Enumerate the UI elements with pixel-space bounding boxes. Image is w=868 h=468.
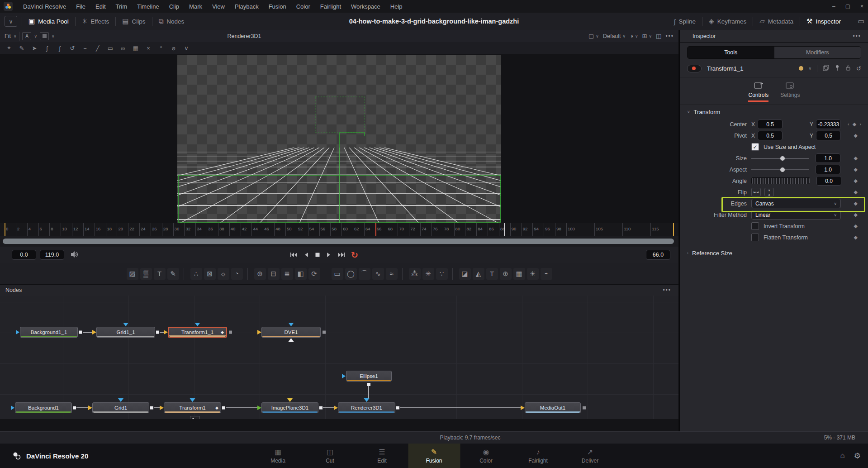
nodes-options-icon[interactable]: ••• bbox=[663, 287, 678, 293]
huecurves-tool[interactable]: ◔ bbox=[231, 268, 243, 280]
tab-tools[interactable]: Tools bbox=[688, 47, 774, 58]
bspline-tool[interactable]: ʄ bbox=[54, 45, 65, 52]
keyframe-icon[interactable]: ◆ bbox=[854, 234, 858, 240]
menu-fusion[interactable]: Fusion bbox=[264, 3, 291, 10]
channelbooleans-tool[interactable]: ≣ bbox=[281, 268, 293, 280]
inspector-button[interactable]: ⚒Inspector bbox=[800, 13, 847, 30]
transform-tool[interactable]: ⟳ bbox=[308, 268, 320, 280]
close-button[interactable]: × bbox=[860, 3, 863, 10]
invert-transform-checkbox[interactable] bbox=[751, 222, 759, 230]
minimize-button[interactable]: – bbox=[832, 3, 835, 10]
inspector-options-icon[interactable]: ••• bbox=[853, 33, 868, 39]
keyframe-icon[interactable]: ◆ bbox=[854, 155, 858, 161]
page-tab-fusion[interactable]: ✎Fusion bbox=[408, 444, 460, 468]
draw-tool[interactable]: ✎ bbox=[16, 45, 27, 52]
mattecontrol-tool[interactable]: ⊟ bbox=[268, 268, 280, 280]
page-tab-media[interactable]: ▦Media bbox=[252, 444, 304, 468]
filter-method-dropdown[interactable]: Linear∨ bbox=[751, 210, 841, 220]
node-DVE1[interactable]: DVE1 bbox=[261, 327, 321, 338]
copy-settings-icon[interactable] bbox=[823, 65, 829, 72]
loop-button[interactable]: ↻ bbox=[351, 251, 358, 259]
pmerge-tool[interactable]: ✳ bbox=[422, 268, 434, 280]
delete-tool[interactable]: × bbox=[143, 45, 154, 52]
polyline-tool[interactable]: ʃ bbox=[42, 45, 52, 52]
gain-icon[interactable]: ◑∨ bbox=[630, 33, 638, 39]
menu-help[interactable]: Help bbox=[385, 3, 408, 10]
speaker-icon[interactable] bbox=[71, 251, 79, 259]
paint-tool[interactable]: ✎ bbox=[167, 268, 179, 280]
frame-tool[interactable]: ⌖ bbox=[4, 44, 14, 52]
smooth-tool[interactable]: ⌣ bbox=[80, 44, 90, 52]
zoom-tool[interactable]: ⌀ bbox=[168, 45, 179, 52]
merge3d-tool[interactable]: ⊕ bbox=[500, 268, 512, 280]
fastnoise-tool[interactable]: ▒ bbox=[140, 268, 152, 280]
angle-thumbwheel[interactable] bbox=[751, 177, 810, 184]
aspect-slider[interactable] bbox=[751, 169, 809, 170]
subtab-settings[interactable]: Settings bbox=[780, 81, 800, 102]
more-tools[interactable]: ∨ bbox=[181, 45, 192, 52]
select-tool[interactable]: ➤ bbox=[29, 45, 40, 52]
pivot-x-field[interactable]: 0.5 bbox=[758, 131, 783, 140]
colorcurves-tool[interactable]: ⊠ bbox=[204, 268, 216, 280]
menu-trim[interactable]: Trim bbox=[111, 3, 133, 10]
menu-timeline[interactable]: Timeline bbox=[132, 3, 164, 10]
node-Transform1[interactable]: Transform1◆ bbox=[164, 402, 221, 413]
page-tab-deliver[interactable]: ↗Deliver bbox=[564, 444, 616, 468]
textplus-tool[interactable]: T bbox=[154, 268, 166, 280]
play-button[interactable] bbox=[326, 252, 332, 258]
edges-dropdown[interactable]: Canvas∨ bbox=[751, 199, 841, 208]
in-point-field[interactable]: 0.0 bbox=[12, 250, 36, 260]
go-to-start-button[interactable] bbox=[289, 252, 298, 258]
page-tab-edit[interactable]: ☰Edit bbox=[356, 444, 408, 468]
flip-horizontal-button[interactable]: ▸▪◂ bbox=[751, 188, 761, 196]
transform-section-header[interactable]: ∨Transform bbox=[680, 105, 868, 119]
viewer-options-icon[interactable]: ••• bbox=[665, 33, 674, 39]
keyframe-icon[interactable]: ◆ bbox=[854, 167, 858, 172]
spotlight3d-tool[interactable]: ☀ bbox=[527, 268, 539, 280]
reference-size-section-header[interactable]: ›Reference Size bbox=[680, 246, 868, 260]
subtab-controls[interactable]: Controls bbox=[748, 81, 768, 102]
menu-mark[interactable]: Mark bbox=[184, 3, 207, 10]
node-Background1_1[interactable]: Background1_1 bbox=[20, 327, 78, 338]
background-tool[interactable]: ▨ bbox=[127, 268, 138, 280]
wand-mask-tool[interactable]: ≈ bbox=[386, 268, 398, 280]
menu-davinci-resolve[interactable]: DaVinci Resolve bbox=[18, 3, 71, 10]
node-Grid1[interactable]: Grid1 bbox=[92, 402, 149, 413]
line-tool[interactable]: ╱ bbox=[92, 45, 103, 52]
keyframes-button[interactable]: ◈Keyframes bbox=[702, 13, 753, 30]
menu-clip[interactable]: Clip bbox=[164, 3, 184, 10]
aspect-field[interactable]: 1.0 bbox=[816, 165, 840, 174]
pivot-y-field[interactable]: 0.5 bbox=[816, 131, 841, 140]
menu-workspace[interactable]: Workspace bbox=[346, 3, 385, 10]
node-Grid1_1[interactable]: Grid1_1 bbox=[96, 327, 155, 338]
camera3d-tool[interactable]: ▦ bbox=[513, 268, 525, 280]
node-Renderer3D1[interactable]: Renderer3D1 bbox=[338, 402, 395, 413]
size-field[interactable]: 1.0 bbox=[816, 153, 840, 163]
settings-gear-icon[interactable]: ⚙ bbox=[854, 451, 861, 461]
menu-color[interactable]: Color bbox=[291, 3, 315, 10]
metadata-button[interactable]: ▱Metadata bbox=[753, 13, 800, 30]
size-slider[interactable] bbox=[751, 158, 809, 159]
marquee-tool[interactable]: ▭ bbox=[105, 45, 116, 52]
home-icon[interactable]: ⌂ bbox=[840, 451, 844, 460]
viewer-canvas[interactable] bbox=[0, 54, 678, 223]
keyframe-icon[interactable]: ◆ bbox=[854, 212, 858, 218]
shape3d-tool[interactable]: ◭ bbox=[473, 268, 484, 280]
keyframe-icon[interactable]: ◆ bbox=[854, 201, 858, 206]
keyframe-icon[interactable]: ◆ bbox=[854, 189, 858, 195]
angle-field[interactable]: 0.0 bbox=[816, 176, 841, 186]
overlay-button[interactable]: A bbox=[22, 32, 31, 40]
nodes-button[interactable]: ⧉Nodes bbox=[152, 13, 191, 30]
close-spline-tool[interactable]: ↺ bbox=[67, 45, 78, 52]
keyframe-icon[interactable]: ◆ bbox=[854, 178, 858, 184]
interface-toggle-icon[interactable]: ∨ bbox=[5, 16, 17, 27]
node-Ellipse1[interactable]: Ellipse1 bbox=[346, 371, 392, 382]
scrollbar-thumb[interactable] bbox=[3, 239, 674, 244]
maximize-button[interactable]: ▢ bbox=[845, 3, 850, 10]
node-enable-toggle[interactable] bbox=[687, 65, 702, 72]
step-back-button[interactable] bbox=[303, 252, 309, 258]
panel-layout-icon[interactable]: ▭ bbox=[858, 13, 864, 30]
node-graph[interactable]: Background1_1Grid1_1Transform1_1◆DVE1Ell… bbox=[0, 296, 678, 419]
rectangle-mask-tool[interactable]: ▭ bbox=[332, 268, 343, 280]
node-color-icon[interactable] bbox=[799, 66, 803, 71]
